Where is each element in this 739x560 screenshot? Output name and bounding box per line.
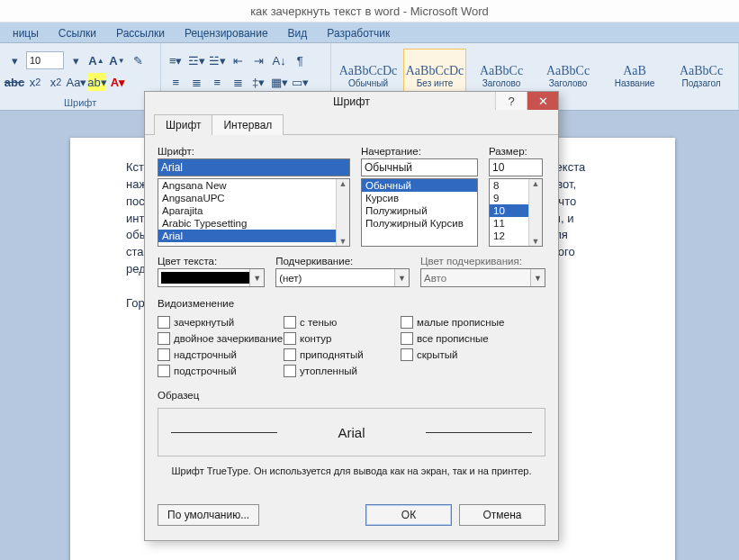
list-item[interactable]: Angsana New [158,179,349,192]
scrollbar[interactable]: ▲▼ [528,179,542,246]
ribbon-tab[interactable]: Ссылки [50,24,105,42]
dialog-titlebar: Шрифт ? ✕ [145,92,558,112]
check-emboss[interactable]: приподнятый [284,348,401,361]
shading-icon[interactable]: ▦▾ [270,73,288,91]
label-preview: Образец [158,390,545,401]
help-button[interactable]: ? [495,92,527,110]
dialog-tabs: Шрифт Интервал [145,112,558,135]
grow-font-icon[interactable]: A▲ [87,51,105,69]
align-right-icon[interactable]: ≡ [208,73,226,91]
font-name-input[interactable]: Arial [158,158,350,176]
check-strike[interactable]: зачеркнутый [158,316,284,329]
strike-icon[interactable]: abc [5,73,23,91]
sort-icon[interactable]: A↓ [270,51,288,69]
ribbon-tabstrip: ницы Ссылки Рассылки Рецензирование Вид … [0,23,739,43]
label-underline-color: Цвет подчеркивания: [420,256,545,266]
ribbon-group-font: ▾ 10 ▾ A▲ A▼ ✎ abc x2 x2 Aa▾ ab▾ A▾ [0,43,161,110]
check-sub[interactable]: подстрочный [158,365,284,377]
check-outline[interactable]: контур [284,332,401,345]
style-listbox[interactable]: ОбычныйКурсивПолужирныйПолужирный Курсив [361,178,478,247]
underline-value: (нет) [279,273,302,284]
ribbon-tab[interactable]: ницы [4,24,48,42]
check-allcaps[interactable]: все прописные [401,332,536,345]
show-marks-icon[interactable]: ¶ [291,51,309,69]
underline-color-combo: Авто ▼ [420,268,545,287]
check-label: приподнятый [300,349,364,360]
preview-box: Arial [158,408,545,456]
check-label: контур [300,333,331,344]
check-label: малые прописные [417,317,504,328]
underline-combo[interactable]: (нет) ▼ [275,268,410,287]
label-effects: Видоизменение [158,298,545,309]
ribbon-tab[interactable]: Разработчик [318,24,399,42]
font-dropdown-arrow-icon[interactable]: ▾ [5,51,23,69]
close-button[interactable]: ✕ [527,92,558,110]
bullets-icon[interactable]: ≡▾ [167,51,185,69]
check-dstrike[interactable]: двойное зачеркивание [158,332,284,345]
justify-icon[interactable]: ≣ [229,73,247,91]
font-size-box[interactable]: 10 [26,51,64,69]
preview-hint: Шрифт TrueType. Он используется для выво… [158,465,545,476]
font-color-combo[interactable]: ▼ [158,268,265,287]
font-size-arrow-icon[interactable]: ▾ [67,51,85,69]
size-listbox[interactable]: 89101112▲▼ [489,178,543,247]
ribbon-tab[interactable]: Рецензирование [176,24,277,42]
chevron-down-icon: ▼ [532,237,540,246]
preview-sample: Arial [338,425,365,440]
tab-spacing[interactable]: Интервал [212,114,284,135]
font-size-input[interactable]: 10 [489,158,543,176]
list-item[interactable]: Arial [158,230,349,242]
check-label: все прописные [417,333,489,344]
ribbon-tab[interactable]: Вид [279,24,317,42]
ok-button[interactable]: ОК [365,504,452,526]
check-label: утопленный [300,366,357,376]
check-shadow[interactable]: с тенью [284,316,401,329]
subscript-icon[interactable]: x2 [26,73,44,91]
check-label: подстрочный [174,366,237,376]
effects-grid: зачеркнутый с тенью малые прописные двой… [158,316,545,377]
shrink-font-icon[interactable]: A▼ [108,51,126,69]
numbering-icon[interactable]: ☲▾ [187,51,205,69]
align-center-icon[interactable]: ≣ [187,73,205,91]
change-case-icon[interactable]: Aa▾ [68,73,86,91]
line-spacing-icon[interactable]: ‡▾ [249,73,267,91]
close-icon: ✕ [538,95,548,108]
ribbon-tab[interactable]: Рассылки [107,24,174,42]
multilevel-icon[interactable]: ☱▾ [208,51,226,69]
check-smallcaps[interactable]: малые прописные [401,316,536,329]
borders-icon[interactable]: ▭▾ [291,73,309,91]
chevron-down-icon: ▼ [339,237,347,246]
list-item[interactable]: Курсив [362,192,477,204]
list-item[interactable]: Arabic Typesetting [158,217,349,230]
window-title: как зачеркнуть текст в word - Microsoft … [0,0,739,23]
list-item[interactable]: AngsanaUPC [158,192,349,204]
chevron-up-icon: ▲ [339,179,347,188]
default-button[interactable]: По умолчанию... [158,504,259,526]
font-style-input[interactable]: Обычный [361,158,478,176]
font-listbox[interactable]: Angsana NewAngsanaUPCAparajitaArabic Typ… [158,178,350,247]
indent-icon[interactable]: ⇥ [249,51,267,69]
check-label: скрытый [417,349,457,360]
outdent-icon[interactable]: ⇤ [229,51,247,69]
label-color: Цвет текста: [158,256,265,266]
check-label: зачеркнутый [174,317,234,328]
check-hidden[interactable]: скрытый [401,348,536,361]
align-left-icon[interactable]: ≡ [167,73,185,91]
tab-font[interactable]: Шрифт [154,114,212,135]
style-item[interactable]: AaBНазвание [603,49,666,103]
list-item[interactable]: Полужирный Курсив [362,217,477,230]
list-item[interactable]: Полужирный [362,204,477,217]
check-super[interactable]: надстрочный [158,348,284,361]
cancel-button[interactable]: Отмена [459,504,545,526]
style-item[interactable]: AaBbCcПодзагол [670,49,733,103]
list-item[interactable]: Aparajita [158,204,349,217]
check-label: двойное зачеркивание [174,333,283,344]
clear-format-icon[interactable]: ✎ [129,51,147,69]
superscript-icon[interactable]: x2 [47,73,65,91]
list-item[interactable]: Обычный [362,179,477,192]
font-color-icon[interactable]: A▾ [109,73,127,91]
highlight-icon[interactable]: ab▾ [88,73,106,91]
check-engrave[interactable]: утопленный [284,365,401,377]
chevron-up-icon: ▲ [532,179,540,188]
scrollbar[interactable]: ▲▼ [336,179,349,246]
